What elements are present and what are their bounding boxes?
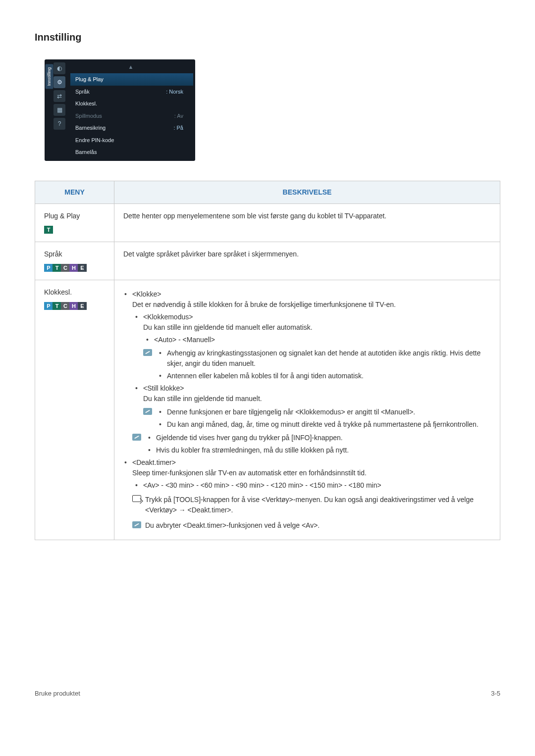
osd-menu-list: Plug & PlaySpråk: NorskKlokkesl.Spillmod… [70, 73, 193, 158]
deakttimer-label: <Deakt.timer> [132, 458, 176, 466]
osd-row-label: Barnesikring [75, 124, 106, 132]
note-text: Antennen eller kabelen må kobles til for… [158, 371, 491, 381]
note-block: Du avbryter <Deakt.timer>-funksjonen ved… [132, 520, 491, 531]
osd-row: Endre PIN-kode [70, 134, 193, 147]
klokkemodus-text: Du kan stille inn gjeldende tid manuelt … [143, 323, 313, 331]
menu-name: Plug & Play [44, 211, 105, 221]
note-block: Denne funksjonen er bare tilgjengelig nå… [143, 407, 491, 430]
footer-left-text: Bruke produktet [35, 689, 80, 699]
desc-cell-plugplay: Dette henter opp menyelementene som ble … [114, 204, 500, 242]
stillklokke-label: <Still klokke> [143, 384, 184, 392]
menu-cell-klokkesl: Klokkesl. PTCHE [35, 280, 114, 540]
note-icon [132, 434, 141, 441]
osd-row: Plug & Play [70, 73, 193, 86]
note-block: Gjeldende tid vises hver gang du trykker… [132, 433, 491, 455]
tools-icon [132, 495, 141, 502]
menu-name: Klokkesl. [44, 287, 105, 298]
osd-row-label: Plug & Play [75, 75, 104, 84]
osd-row: Klokkesl. [70, 98, 193, 110]
osd-row-value: : Av [174, 112, 183, 120]
stillklokke-text: Du kan stille inn gjeldende tid manuelt. [143, 395, 262, 403]
osd-row-label: Endre PIN-kode [75, 136, 114, 145]
badge-E: E [78, 302, 87, 310]
badge-T: T [53, 264, 61, 272]
note-text: Denne funksjonen er bare tilgjengelig nå… [158, 407, 491, 417]
note-text: Du kan angi måned, dag, år, time og minu… [158, 419, 491, 430]
badge-T: T [53, 302, 61, 310]
badge-C: C [61, 302, 70, 310]
description-table: MENY BESKRIVELSE Plug & Play T Dette hen… [35, 181, 500, 540]
page-title: Innstilling [35, 30, 500, 45]
mode-badges: PTCHE [44, 301, 105, 311]
deakttimer-text: Sleep timer-funksjonen slår TV-en av aut… [132, 469, 367, 477]
note-block: Avhengig av kringkastingsstasjonen og si… [143, 348, 491, 381]
badge-T: T [44, 226, 53, 234]
osd-row-label: Klokkesl. [75, 100, 97, 108]
note-text: Gjeldende tid vises hver gang du trykker… [147, 433, 491, 443]
application-icon: ▦ [54, 104, 65, 116]
badge-P: P [44, 264, 53, 272]
menu-cell-plugplay: Plug & Play T [35, 204, 114, 242]
note-icon [132, 521, 141, 528]
mode-badges: T [44, 224, 105, 235]
deakttimer-options: <Av> - <30 min> - <60 min> - <90 min> - … [134, 480, 491, 491]
klokke-intro: Det er nødvendig å stille klokken for å … [132, 301, 396, 308]
osd-row: Spillmodus: Av [70, 110, 193, 122]
note-text: Hvis du kobler fra strømledningen, må du… [147, 445, 491, 455]
osd-row: Barnesikring: På [70, 122, 193, 134]
tools-text: Trykk på [TOOLS]-knappen for å vise <Ver… [145, 496, 474, 514]
klokkemodus-label: <Klokkemodus> [143, 313, 193, 321]
osd-row-value: : På [173, 124, 183, 132]
th-menu: MENY [35, 181, 114, 204]
settings-gear-icon: ⚙ [54, 76, 65, 88]
menu-cell-sprak: Språk PTCHE [35, 242, 114, 280]
input-icon: ⇄ [54, 90, 65, 102]
tools-hint: Trykk på [TOOLS]-knappen for å vise <Ver… [132, 495, 491, 515]
desc-text: Dette henter opp menyelementene som ble … [123, 212, 386, 220]
osd-row-label: Barnelås [75, 148, 97, 156]
note-text: Avhengig av kringkastingsstasjonen og si… [158, 348, 491, 369]
badge-H: H [69, 264, 78, 272]
page-footer: Bruke produktet 3-5 [35, 689, 500, 699]
support-icon: ? [54, 118, 65, 130]
picture-icon: ◐ [54, 62, 65, 74]
badge-P: P [44, 302, 53, 310]
osd-row: Språk: Norsk [70, 86, 193, 98]
osd-row-label: Spillmodus [75, 112, 102, 120]
menu-name: Språk [44, 249, 105, 259]
osd-row-value: : Norsk [166, 88, 183, 96]
badge-H: H [69, 302, 78, 310]
osd-screenshot: Innstilling ◐ ⚙ ⇄ ▦ ? ▲ Plug & PlaySpråk… [45, 59, 195, 161]
auto-manuell-options: <Auto> - <Manuell> [145, 335, 491, 345]
osd-row: Barnelås [70, 146, 193, 158]
note-icon [143, 349, 152, 356]
note-icon [143, 408, 152, 415]
osd-side-tab-label: Innstilling [46, 64, 54, 89]
desc-text: Det valgte språket påvirker bare språket… [123, 250, 299, 258]
mode-badges: PTCHE [44, 262, 105, 273]
klokke-label: <Klokke> [132, 290, 161, 298]
desc-cell-sprak: Det valgte språket påvirker bare språket… [114, 242, 500, 280]
osd-scroll-up-indicator: ▲ [70, 62, 193, 72]
th-desc: BESKRIVELSE [114, 181, 500, 204]
note-text: Du avbryter <Deakt.timer>-funksjonen ved… [145, 521, 320, 529]
badge-E: E [78, 264, 87, 272]
badge-C: C [61, 264, 70, 272]
osd-icon-column: ◐ ⚙ ⇄ ▦ ? [54, 62, 67, 130]
footer-page-number: 3-5 [491, 689, 500, 699]
desc-cell-klokkesl: <Klokke> Det er nødvendig å stille klokk… [114, 280, 500, 540]
osd-row-label: Språk [75, 88, 90, 96]
